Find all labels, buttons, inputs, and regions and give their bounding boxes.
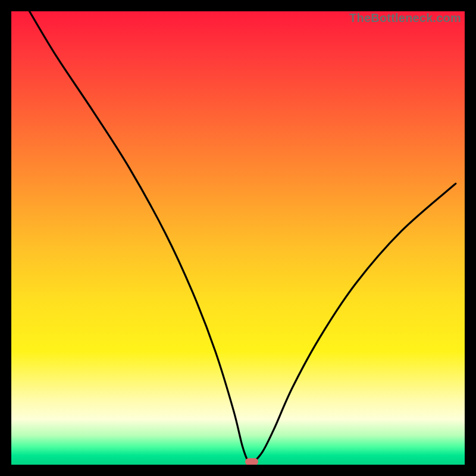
plot-area: TheBottleneck.com bbox=[11, 11, 465, 465]
minimum-marker bbox=[245, 458, 258, 465]
watermark-text: TheBottleneck.com bbox=[349, 11, 461, 25]
chart-frame: TheBottleneck.com bbox=[0, 0, 476, 476]
bottleneck-curve bbox=[11, 11, 465, 465]
